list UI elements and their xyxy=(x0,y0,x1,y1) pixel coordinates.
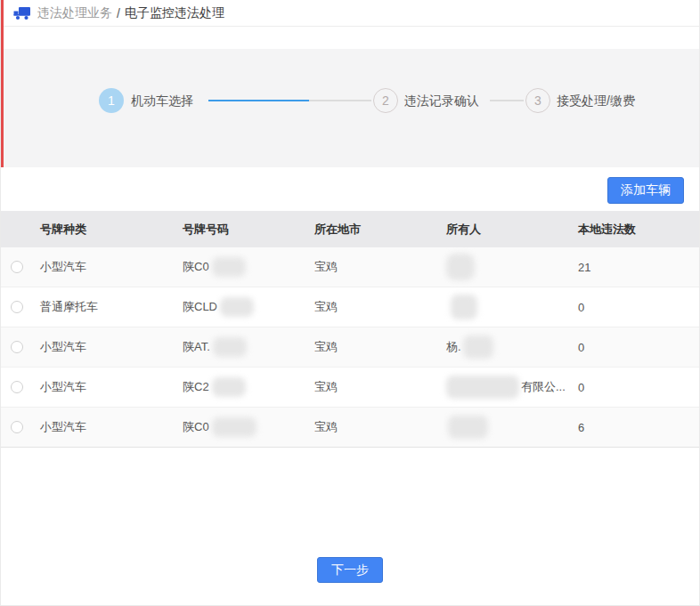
owner: 有限公... xyxy=(439,376,571,399)
redacted-blur xyxy=(212,377,246,397)
table-row[interactable]: 普通摩托车 陕CLD 宝鸡 0 xyxy=(1,287,699,327)
step-2-circle: 2 xyxy=(373,88,398,113)
step-3-label: 接受处理/缴费 xyxy=(557,88,635,113)
plate-number: 陕AT. xyxy=(175,337,307,357)
header-city: 所在地市 xyxy=(307,222,439,238)
steps-panel: 1 机动车选择 2 违法记录确认 3 接受处理/缴费 xyxy=(1,49,699,167)
plate-number: 陕C0 xyxy=(175,257,307,277)
violation-count: 0 xyxy=(571,381,699,394)
step-1-label: 机动车选择 xyxy=(131,88,193,113)
plate-number-visible: 陕C2 xyxy=(183,379,209,395)
violation-count: 21 xyxy=(571,261,699,274)
plate-type: 小型汽车 xyxy=(33,379,175,395)
step-2-label: 违法记录确认 xyxy=(404,88,479,113)
table-row[interactable]: 小型汽车 陕AT. 宝鸡 杨. 0 xyxy=(1,327,699,368)
breadcrumb-separator: / xyxy=(117,6,120,20)
vehicle-table: 号牌种类 号牌号码 所在地市 所有人 本地违法数 小型汽车 陕C0 宝鸡 21 … xyxy=(1,211,699,448)
table-header-row: 号牌种类 号牌号码 所在地市 所有人 本地违法数 xyxy=(1,211,699,247)
plate-number-visible: 陕AT. xyxy=(183,339,210,355)
header-plate-type: 号牌种类 xyxy=(33,222,175,238)
vehicle-radio[interactable] xyxy=(11,421,23,433)
breadcrumb-bar: 违法处理业务 / 电子监控违法处理 xyxy=(1,0,699,27)
plate-number-visible: 陕C0 xyxy=(183,419,209,435)
plate-number: 陕CLD xyxy=(175,297,307,317)
violation-count: 6 xyxy=(571,421,699,434)
vehicle-radio[interactable] xyxy=(11,261,23,273)
plate-type: 小型汽车 xyxy=(33,339,175,355)
plate-number-visible: 陕CLD xyxy=(183,299,217,315)
city: 宝鸡 xyxy=(307,379,439,395)
plate-type: 普通摩托车 xyxy=(33,299,175,315)
truck-icon xyxy=(13,6,31,20)
table-row[interactable]: 小型汽车 陕C0 宝鸡 6 xyxy=(1,408,699,448)
redacted-blur xyxy=(451,295,477,319)
table-row[interactable]: 小型汽车 陕C0 宝鸡 21 xyxy=(1,247,699,287)
vehicle-radio[interactable] xyxy=(11,341,23,353)
owner-visible: 杨. xyxy=(446,339,461,355)
step-connector-1-todo xyxy=(309,100,371,101)
step-indicator: 1 机动车选择 2 违法记录确认 3 接受处理/缴费 xyxy=(1,88,699,113)
header-owner: 所有人 xyxy=(439,222,571,238)
breadcrumb-section[interactable]: 违法处理业务 xyxy=(37,5,112,21)
owner xyxy=(439,254,571,280)
plate-number: 陕C0 xyxy=(175,417,307,437)
plate-type: 小型汽车 xyxy=(33,419,175,435)
redacted-blur xyxy=(446,254,475,280)
header-violation-count: 本地违法数 xyxy=(571,222,699,238)
plate-type: 小型汽车 xyxy=(33,259,175,275)
city: 宝鸡 xyxy=(307,339,439,355)
redacted-blur xyxy=(212,257,246,277)
breadcrumb-current-page: 电子监控违法处理 xyxy=(125,5,224,21)
redacted-blur xyxy=(463,335,493,359)
owner-visible: 有限公... xyxy=(521,379,566,395)
owner xyxy=(439,295,571,319)
step-1-circle: 1 xyxy=(99,88,124,113)
toolbar: 添加车辆 xyxy=(1,167,699,211)
city: 宝鸡 xyxy=(307,259,439,275)
plate-number-visible: 陕C0 xyxy=(183,259,209,275)
violation-count: 0 xyxy=(571,301,699,314)
step-connector-1-done xyxy=(208,100,309,101)
redacted-blur xyxy=(213,337,247,357)
step-connector-2 xyxy=(490,100,524,101)
owner xyxy=(439,416,571,439)
vehicle-radio[interactable] xyxy=(11,381,23,393)
header-plate-number: 号牌号码 xyxy=(175,222,307,238)
next-step-button[interactable]: 下一步 xyxy=(317,557,383,583)
vehicle-radio[interactable] xyxy=(11,301,23,313)
violation-count: 0 xyxy=(571,341,699,354)
redacted-blur xyxy=(212,417,256,437)
plate-number: 陕C2 xyxy=(175,377,307,397)
step-3-circle: 3 xyxy=(525,88,550,113)
city: 宝鸡 xyxy=(307,299,439,315)
left-accent-bar xyxy=(1,0,4,167)
redacted-blur xyxy=(220,297,254,317)
add-vehicle-button[interactable]: 添加车辆 xyxy=(607,177,684,204)
redacted-blur xyxy=(448,416,488,439)
owner: 杨. xyxy=(439,335,571,359)
table-row[interactable]: 小型汽车 陕C2 宝鸡 有限公... 0 xyxy=(1,368,699,408)
redacted-blur xyxy=(446,376,519,399)
city: 宝鸡 xyxy=(307,419,439,435)
page: 违法处理业务 / 电子监控违法处理 1 机动车选择 2 违法记录确认 3 接受处… xyxy=(0,0,700,606)
